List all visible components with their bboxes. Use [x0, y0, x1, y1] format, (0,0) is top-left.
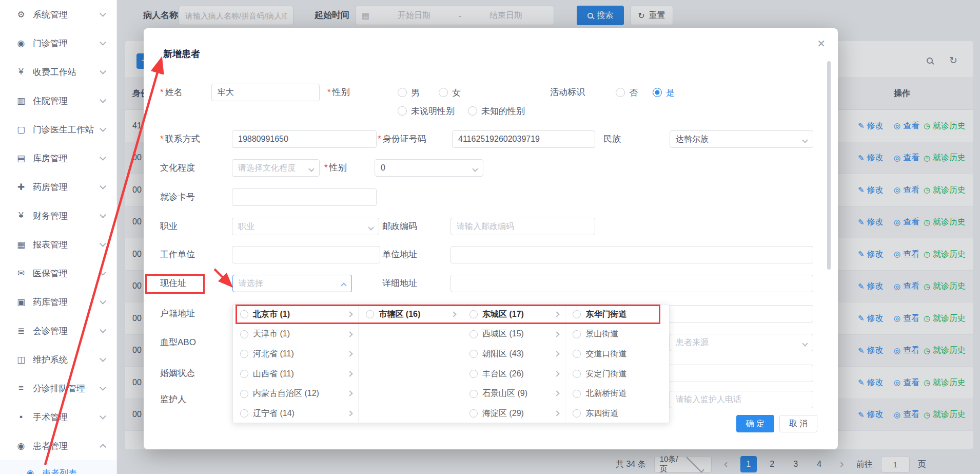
cascader-option[interactable]: 丰台区 (26): [462, 364, 565, 384]
name-input[interactable]: [211, 84, 320, 101]
cascader-option[interactable]: 东四街道: [565, 404, 669, 423]
patient-source-select[interactable]: 患者来源: [670, 334, 813, 351]
cascader-option[interactable]: 西城区 (15): [462, 325, 565, 345]
work-unit-input[interactable]: [232, 246, 380, 263]
radio-gender-unstated[interactable]: 未说明性别: [398, 102, 455, 120]
radio-icon: [240, 409, 248, 418]
chevron-right-icon: [554, 331, 560, 337]
postal-label: 邮政编码: [382, 218, 417, 235]
cascader-option[interactable]: 石景山区 (9): [462, 384, 565, 404]
chevron-down-icon: [100, 154, 106, 161]
chevron-right-icon: [347, 410, 353, 416]
sidebar-item[interactable]: ¥ 收费工作站: [0, 58, 116, 86]
cascader-option[interactable]: 东城区 (17): [462, 305, 565, 325]
idcard-input[interactable]: [452, 130, 595, 148]
contact-input[interactable]: [232, 130, 377, 148]
unit-address-label: 单位地址: [382, 246, 417, 263]
card-no-input[interactable]: [232, 188, 377, 206]
chevron-down-icon: [802, 137, 808, 143]
cascader-option[interactable]: 交道口街道: [565, 344, 669, 364]
unit-address-input[interactable]: [450, 246, 813, 263]
contact-label: *联系方式: [160, 130, 200, 148]
required-mark: *: [327, 87, 331, 97]
guardian-label: 监护人: [160, 391, 186, 408]
sidebar-item[interactable]: ≣ 会诊管理: [0, 316, 116, 345]
radio-icon: [469, 330, 478, 338]
cascader-option[interactable]: 北新桥街道: [565, 384, 669, 404]
sidebar-item[interactable]: ≡ 分诊排队管理: [0, 374, 116, 403]
sidebar-item[interactable]: ▤ 库房管理: [0, 144, 116, 173]
chevron-down-icon: [100, 269, 106, 276]
cascader-option[interactable]: 海淀区 (29): [462, 404, 565, 423]
sidebar-item-label: 库房管理: [33, 153, 101, 164]
radio-active-no[interactable]: 否: [616, 84, 638, 101]
detail-address-input[interactable]: [450, 275, 813, 292]
modal-scrollbar[interactable]: [827, 61, 831, 270]
sidebar-item[interactable]: ▣ 药库管理: [0, 288, 116, 316]
radio-active-yes[interactable]: 是: [653, 84, 675, 101]
confirm-button[interactable]: 确 定: [736, 415, 774, 432]
current-address-select[interactable]: 请选择: [232, 275, 352, 292]
sidebar-item[interactable]: ◉ 门诊管理: [0, 29, 116, 58]
gender-label: *性别: [327, 84, 350, 101]
chevron-right-icon: [554, 371, 560, 376]
menu-icon: ⚙: [15, 9, 27, 20]
sidebar-item[interactable]: ◫ 维护系统: [0, 345, 116, 374]
postal-input[interactable]: [450, 218, 595, 235]
sidebar-item-patient-list[interactable]: ◉ 患者列表: [0, 460, 116, 474]
radio-male[interactable]: 男: [398, 84, 420, 101]
sidebar-item[interactable]: ▥ 住院管理: [0, 86, 116, 115]
sidebar-item[interactable]: ▪ 手术管理: [0, 403, 116, 431]
radio-icon: [439, 88, 448, 97]
radio-gender-unknown[interactable]: 未知的性别: [468, 102, 525, 120]
menu-icon: ▥: [15, 96, 27, 106]
ethnicity-select[interactable]: 达斡尔族: [670, 130, 813, 148]
required-mark: *: [324, 163, 328, 173]
cascader-option[interactable]: 天津市 (1): [233, 325, 358, 345]
sidebar-item[interactable]: ✚ 药房管理: [0, 173, 116, 201]
chevron-down-icon: [100, 327, 106, 333]
cascader-option[interactable]: 东华门街道: [565, 305, 669, 325]
sidebar-item[interactable]: ¥ 财务管理: [0, 201, 116, 230]
occupation-select[interactable]: 职业: [232, 218, 379, 235]
radio-icon: [616, 88, 625, 97]
cascader-option[interactable]: 北京市 (1): [233, 305, 358, 325]
education-select[interactable]: 请选择文化程度: [232, 159, 320, 177]
cascader-option[interactable]: 河北省 (11): [233, 344, 358, 364]
sidebar-item-label: 住院管理: [33, 95, 101, 107]
chevron-right-icon: [347, 311, 353, 317]
chevron-down-icon: [100, 10, 106, 17]
cascader-option[interactable]: 安定门街道: [565, 364, 669, 384]
radio-icon: [469, 310, 478, 318]
menu-icon: ✉: [15, 268, 27, 279]
radio-icon: [240, 390, 248, 398]
sidebar-item[interactable]: ◉ 患者管理: [0, 431, 116, 460]
patient-list-label: 患者列表: [42, 467, 77, 474]
cascader-option[interactable]: 市辖区 (16): [359, 305, 462, 325]
sidebar-item[interactable]: ⚙ 系统管理: [0, 0, 116, 29]
radio-icon: [573, 310, 581, 318]
cascader-option[interactable]: 山西省 (11): [233, 364, 358, 384]
sidebar-item[interactable]: ✉ 医保管理: [0, 259, 116, 288]
cancel-button[interactable]: 取 消: [779, 415, 817, 432]
cascader-option[interactable]: 内蒙古自治区 (12): [233, 384, 358, 404]
menu-icon: ≡: [15, 383, 27, 393]
chevron-right-icon: [450, 311, 456, 317]
radio-icon: [573, 409, 581, 418]
gender2-label: *性别: [324, 159, 347, 177]
cascader-option[interactable]: 辽宁省 (14): [233, 404, 358, 423]
guardian-phone-input[interactable]: [670, 391, 813, 408]
gender2-select[interactable]: 0: [375, 159, 483, 177]
radio-icon: [469, 409, 478, 418]
radio-icon: [573, 330, 581, 338]
sidebar-item[interactable]: ▦ 报表管理: [0, 230, 116, 259]
radio-female[interactable]: 女: [439, 84, 461, 101]
cascader-option[interactable]: 朝阳区 (43): [462, 344, 565, 364]
sidebar-item[interactable]: ▢ 门诊医生工作站: [0, 115, 116, 144]
idcard-label: *身份证号码: [378, 130, 426, 148]
chevron-right-icon: [347, 331, 353, 337]
cascader-option[interactable]: 景山街道: [565, 325, 669, 345]
close-icon[interactable]: ✕: [817, 37, 826, 50]
sidebar-item-label: 医保管理: [33, 268, 101, 279]
menu-icon: ▣: [15, 297, 27, 308]
